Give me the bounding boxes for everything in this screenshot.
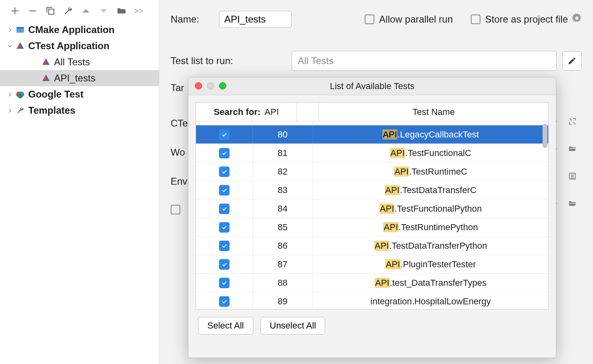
- tree-label: Templates: [28, 105, 75, 116]
- ctest-icon: [40, 74, 52, 83]
- table-row[interactable]: 87API.PluginTesterTester: [196, 255, 548, 274]
- ctest-icon: [15, 42, 26, 50]
- table-row[interactable]: 80API.LegacyCallbackTest: [196, 125, 548, 144]
- folder-open-icon[interactable]: [563, 139, 582, 158]
- row-number: 84: [253, 200, 313, 218]
- search-header: Search for: API: [196, 103, 297, 121]
- table-row[interactable]: 84API.TestFunctionalPython: [196, 200, 548, 218]
- folder-open-icon[interactable]: [563, 194, 582, 213]
- num-header[interactable]: [297, 103, 319, 121]
- folder-add-icon[interactable]: [116, 6, 127, 16]
- tests-table: Search for: API Test Name 80API.LegacyCa…: [196, 102, 549, 310]
- row-testname: API.TestRuntimePython: [313, 222, 548, 233]
- tree-label: All Tests: [54, 56, 90, 68]
- row-number: 83: [253, 181, 313, 199]
- move-down-icon[interactable]: [98, 6, 109, 16]
- table-row[interactable]: 88API.test_DataTransferTypes: [196, 274, 548, 292]
- tree-label: CMake Application: [28, 24, 115, 35]
- zoom-icon[interactable]: [219, 82, 226, 89]
- tree-item-google-test[interactable]: › Google Test: [0, 86, 159, 102]
- unknown-checkbox[interactable]: [171, 205, 180, 214]
- available-tests-dialog: List of Available Tests Search for: API …: [188, 77, 556, 358]
- testlist-label: Test list to run:: [171, 55, 292, 67]
- svg-marker-8: [46, 58, 50, 65]
- row-checkbox[interactable]: [219, 204, 230, 214]
- tree-item-cmake-application[interactable]: › CMake Application: [0, 22, 159, 38]
- svg-marker-5: [20, 42, 24, 49]
- cmake-icon: [15, 25, 26, 34]
- row-testname: API.TestDataTransferC: [313, 185, 548, 196]
- row-checkbox[interactable]: [219, 222, 230, 233]
- select-all-button[interactable]: Select All: [198, 317, 253, 335]
- unselect-all-button[interactable]: Unselect All: [261, 317, 326, 335]
- allow-parallel-label: Allow parallel run: [379, 14, 453, 25]
- tree-item-api-tests[interactable]: API_tests: [0, 70, 159, 86]
- search-input[interactable]: API: [265, 107, 279, 117]
- row-testname: API.PluginTesterTester: [313, 259, 548, 270]
- row-testname: API.LegacyCallbackTest: [313, 129, 548, 140]
- table-row[interactable]: 89integration.HospitalLowEnergy: [196, 292, 548, 309]
- config-sidebar: >> › CMake Application › CTest Applicati…: [0, 0, 159, 364]
- chevron-right-icon[interactable]: ›: [6, 105, 15, 116]
- list-icon[interactable]: [563, 167, 582, 185]
- chevron-right-icon[interactable]: ›: [6, 89, 15, 100]
- expand-icon[interactable]: [563, 112, 582, 131]
- row-checkbox[interactable]: [219, 185, 230, 196]
- dialog-title: List of Available Tests: [330, 81, 415, 92]
- tree-label: CTest Application: [28, 40, 109, 52]
- tree-label: Google Test: [28, 89, 84, 100]
- row-checkbox[interactable]: [219, 278, 230, 288]
- minimize-icon[interactable]: [207, 82, 214, 89]
- row-number: 89: [253, 292, 313, 309]
- edit-testlist-button[interactable]: [562, 51, 582, 71]
- name-field[interactable]: [219, 11, 292, 28]
- svg-rect-2: [17, 27, 24, 29]
- wrench-icon[interactable]: [63, 6, 73, 16]
- close-icon[interactable]: [195, 82, 202, 89]
- row-number: 88: [253, 274, 313, 292]
- row-number: 80: [253, 125, 313, 144]
- config-tree: › CMake Application › CTest Application …: [0, 20, 159, 364]
- toolbar-overflow[interactable]: >>: [134, 6, 143, 16]
- row-checkbox[interactable]: [219, 241, 230, 251]
- svg-marker-4: [17, 42, 20, 49]
- svg-marker-10: [42, 75, 46, 81]
- chevron-down-icon[interactable]: ›: [5, 42, 15, 50]
- row-checkbox[interactable]: [219, 296, 230, 307]
- row-number: 85: [253, 218, 313, 236]
- row-testname: API.TestFunctionalC: [313, 148, 548, 158]
- add-icon[interactable]: [10, 6, 20, 16]
- wrench-icon: [15, 106, 26, 115]
- store-project-checkbox[interactable]: [471, 15, 480, 24]
- svg-rect-0: [49, 9, 54, 15]
- copy-icon[interactable]: [45, 6, 56, 16]
- row-checkbox[interactable]: [219, 166, 230, 177]
- svg-marker-11: [46, 75, 50, 81]
- table-row[interactable]: 81API.TestFunctionalC: [196, 144, 548, 162]
- dialog-titlebar[interactable]: List of Available Tests: [188, 77, 556, 95]
- row-testname: API.TestFunctionalPython: [313, 204, 548, 214]
- chevron-right-icon[interactable]: ›: [6, 25, 15, 35]
- svg-marker-7: [42, 58, 46, 65]
- tree-item-all-tests[interactable]: All Tests: [0, 54, 159, 70]
- minus-icon[interactable]: [27, 6, 38, 16]
- table-row[interactable]: 85API.TestRuntimePython: [196, 218, 548, 237]
- table-row[interactable]: 83API.TestDataTransferC: [196, 181, 548, 200]
- googletest-icon: [15, 90, 26, 99]
- name-label: Name:: [171, 14, 219, 25]
- row-checkbox[interactable]: [219, 129, 230, 140]
- table-row[interactable]: 86API.TestDataTransferPython: [196, 237, 548, 255]
- tree-item-ctest-application[interactable]: › CTest Application: [0, 38, 159, 54]
- row-number: 87: [253, 255, 313, 273]
- testlist-field[interactable]: All Tests: [292, 51, 557, 71]
- table-row[interactable]: 82API.TestRuntimeC: [196, 162, 548, 181]
- gear-icon[interactable]: [572, 13, 582, 25]
- row-checkbox[interactable]: [219, 148, 230, 158]
- tree-item-templates[interactable]: › Templates: [0, 102, 159, 119]
- sidebar-toolbar: >>: [0, 0, 159, 20]
- name-header[interactable]: Test Name: [319, 103, 548, 121]
- scrollbar-thumb[interactable]: [543, 124, 547, 148]
- move-up-icon[interactable]: [81, 6, 91, 16]
- row-checkbox[interactable]: [219, 259, 230, 270]
- allow-parallel-checkbox[interactable]: [365, 15, 374, 24]
